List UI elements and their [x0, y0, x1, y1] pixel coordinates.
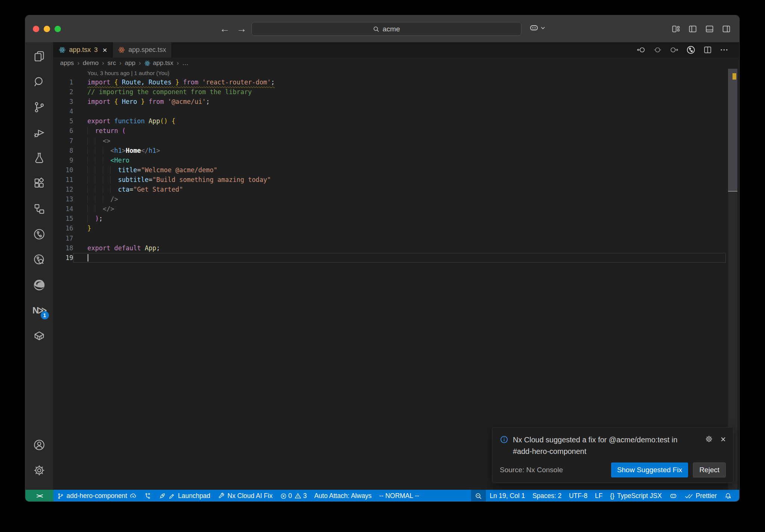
breadcrumb-item[interactable]: … — [182, 59, 189, 67]
navigate-forward-icon[interactable] — [669, 44, 679, 55]
encoding-item[interactable]: UTF-8 — [565, 490, 591, 502]
tab-app-tsx[interactable]: app.tsx 3 × — [53, 42, 113, 58]
toggle-primary-sidebar-icon[interactable] — [687, 24, 698, 34]
zoom-indicator-item[interactable] — [471, 490, 486, 502]
customize-layout-icon[interactable] — [670, 24, 681, 34]
sidebar-item-source-control[interactable] — [25, 95, 53, 120]
line-content[interactable]: import { Route, Routes } from 'react-rou… — [73, 77, 726, 87]
line-number[interactable]: 7 — [53, 136, 73, 146]
notification-settings-gear-icon[interactable] — [705, 435, 713, 443]
line-content[interactable]: cta="Get Started" — [73, 185, 726, 194]
code-line-19[interactable]: 19 — [53, 253, 739, 263]
line-number[interactable]: 9 — [53, 155, 73, 165]
line-content[interactable]: <> — [73, 136, 726, 146]
indentation-item[interactable]: Spaces: 2 — [529, 490, 565, 502]
sidebar-item-edge-browser[interactable] — [25, 272, 53, 298]
sidebar-item-project-structure[interactable] — [25, 196, 53, 222]
notifications-bell-item[interactable] — [721, 490, 735, 502]
breadcrumb-item[interactable]: app — [125, 59, 135, 67]
code-line-13[interactable]: 13 /> — [53, 194, 739, 204]
line-number[interactable]: 17 — [53, 233, 73, 243]
toggle-panel-icon[interactable] — [704, 24, 715, 34]
line-content[interactable]: export function App() { — [73, 116, 726, 126]
close-window-button[interactable] — [33, 26, 39, 32]
line-number[interactable]: 14 — [53, 204, 73, 214]
code-line-14[interactable]: 14 </> — [53, 204, 739, 214]
tab-app-spec-tsx[interactable]: app.spec.tsx — [113, 42, 172, 58]
line-content[interactable] — [73, 253, 726, 263]
git-blame-annotation[interactable]: You, 3 hours ago | 1 author (You) — [53, 69, 739, 77]
sidebar-item-run-and-debug[interactable] — [25, 120, 53, 145]
line-number[interactable]: 18 — [53, 243, 73, 253]
line-content[interactable]: } — [73, 223, 726, 233]
line-content[interactable] — [73, 233, 726, 243]
sidebar-item-commit-search[interactable] — [25, 247, 53, 272]
line-number[interactable]: 5 — [53, 116, 73, 126]
sidebar-item-search[interactable] — [25, 69, 53, 95]
line-number[interactable]: 15 — [53, 214, 73, 223]
line-content[interactable]: subtitle="Build something amazing today" — [73, 175, 726, 185]
code-line-9[interactable]: 9 <Hero — [53, 155, 739, 165]
code-line-8[interactable]: 8 <h1>Home</h1> — [53, 146, 739, 155]
line-content[interactable]: </> — [73, 204, 726, 214]
language-mode-item[interactable]: {} TypeScript JSX — [606, 490, 665, 502]
code-line-18[interactable]: 18export default App; — [53, 243, 739, 253]
line-content[interactable]: // importing the component from the libr… — [73, 87, 726, 97]
code-line-12[interactable]: 12 cta="Get Started" — [53, 185, 739, 194]
line-number[interactable]: 16 — [53, 223, 73, 233]
line-content[interactable]: <Hero — [73, 155, 726, 165]
copilot-status-item[interactable] — [666, 490, 681, 502]
line-content[interactable]: <h1>Home</h1> — [73, 146, 726, 155]
toggle-secondary-sidebar-icon[interactable] — [721, 24, 732, 34]
line-content[interactable]: /> — [73, 194, 726, 204]
launchpad-item[interactable]: Launchpad — [155, 490, 214, 502]
code-line-11[interactable]: 11 subtitle="Build something amazing tod… — [53, 175, 739, 185]
current-location-icon[interactable] — [652, 44, 663, 55]
code-line-15[interactable]: 15 ); — [53, 214, 739, 223]
accounts-button[interactable] — [25, 432, 53, 458]
navigate-forward-button[interactable]: → — [236, 23, 247, 35]
code-editor[interactable]: You, 3 hours ago | 1 author (You) 1impor… — [53, 69, 739, 490]
source-control-graph-item[interactable] — [140, 490, 155, 502]
sidebar-item-explorer[interactable] — [25, 44, 53, 69]
line-number[interactable]: 12 — [53, 185, 73, 194]
code-line-1[interactable]: 1import { Route, Routes } from 'react-ro… — [53, 77, 739, 87]
prettier-item[interactable]: Prettier — [681, 490, 721, 502]
navigate-back-icon[interactable] — [636, 44, 647, 55]
breadcrumb-item-file[interactable]: app.tsx — [144, 59, 173, 67]
copilot-menu-button[interactable] — [529, 23, 545, 33]
minimize-window-button[interactable] — [44, 26, 50, 32]
sidebar-item-containers[interactable] — [25, 323, 53, 349]
code-line-10[interactable]: 10 title="Welcmoe @acme/demo" — [53, 165, 739, 175]
line-number[interactable]: 6 — [53, 126, 73, 136]
breadcrumb-item[interactable]: apps — [60, 59, 74, 67]
line-number[interactable]: 13 — [53, 194, 73, 204]
auto-attach-item[interactable]: Auto Attach: Always — [310, 490, 375, 502]
reject-button[interactable]: Reject — [693, 463, 726, 477]
more-actions-icon[interactable] — [719, 44, 730, 55]
code-line-3[interactable]: 3import { Hero } from '@acme/ui'; — [53, 97, 739, 106]
settings-button[interactable] — [25, 458, 53, 483]
remote-indicator[interactable]: >< — [25, 490, 53, 502]
sidebar-item-source-control-graph[interactable] — [25, 222, 53, 247]
line-number[interactable]: 1 — [53, 77, 73, 87]
code-line-2[interactable]: 2// importing the component from the lib… — [53, 87, 739, 97]
line-content[interactable]: ); — [73, 214, 726, 223]
vim-mode-item[interactable]: -- NORMAL -- — [375, 490, 423, 502]
navigate-back-button[interactable]: ← — [220, 23, 230, 35]
line-content[interactable] — [73, 106, 726, 116]
notification-close-icon[interactable]: × — [721, 435, 726, 444]
line-number[interactable]: 2 — [53, 87, 73, 97]
zoom-window-button[interactable] — [55, 26, 61, 32]
editor-scrollbar[interactable] — [728, 69, 737, 490]
eol-item[interactable]: LF — [591, 490, 606, 502]
line-number[interactable]: 4 — [53, 106, 73, 116]
line-number[interactable]: 3 — [53, 97, 73, 106]
sidebar-item-extensions[interactable] — [25, 171, 53, 196]
code-line-17[interactable]: 17 — [53, 233, 739, 243]
code-line-4[interactable]: 4 — [53, 106, 739, 116]
code-line-7[interactable]: 7 <> — [53, 136, 739, 146]
line-content[interactable]: title="Welcmoe @acme/demo" — [73, 165, 726, 175]
line-number[interactable]: 10 — [53, 165, 73, 175]
code-line-5[interactable]: 5export function App() { — [53, 116, 739, 126]
